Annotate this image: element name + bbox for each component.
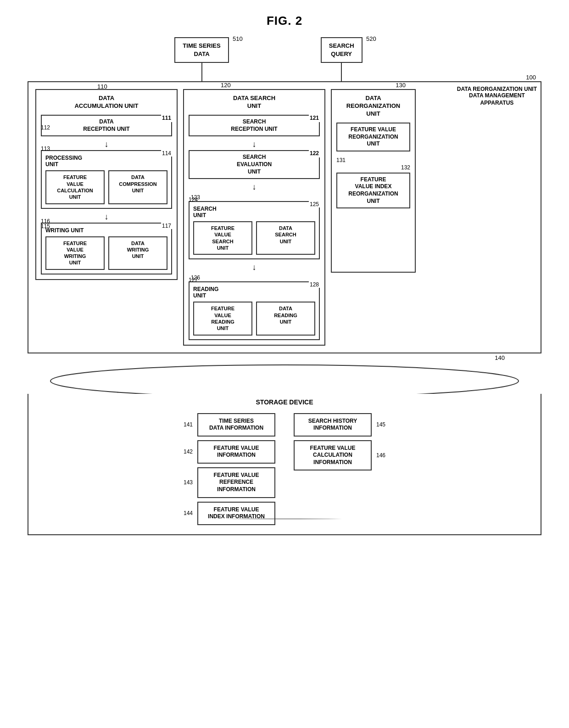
ref-145: 145 [376,421,385,428]
search-history-box: SEARCH HISTORY INFORMATION [294,413,372,437]
storage-grid: 141 TIME SERIES DATA INFORMATION 142 FEA… [47,413,522,525]
reorg-title: DATAREORGANIZATIONUNIT [336,95,410,118]
processing-unit: 113 PROCESSINGUNIT 114 FEATUREVALUECALCU… [41,150,172,208]
ref-128: 128 [309,281,320,288]
search-history-wrapper: 145 SEARCH HISTORY INFORMATION [294,413,372,437]
search-inner-unit: 124 SEARCHUNIT 125 FEATUREVALUESEARCHUNI… [189,201,320,259]
arrow2: ↓ [41,213,172,221]
writing-title: WRITING UNIT [45,227,167,234]
ts-data-info-wrapper: 141 TIME SERIES DATA INFORMATION [197,413,275,437]
storage-ellipse-top [28,363,541,395]
accumulation-title: DATAACCUMULATION UNIT [41,95,172,110]
ref-140: 140 [495,354,505,361]
ref-120: 120 [221,82,231,89]
time-series-data-box: TIME SERIES DATA [174,37,229,63]
fv-calc-info-box: FEATURE VALUE CALCULATION INFORMATION [294,440,372,471]
ref-116-label: 116 [41,218,50,224]
reading-title: READINGUNIT [193,286,315,299]
ref-143: 143 [184,479,193,486]
arrow1: ↓ [41,140,172,148]
reading-unit: 127 READINGUNIT 128 FEATUREVALUEREADINGU… [189,281,320,340]
ts-data-info-box: TIME SERIES DATA INFORMATION [197,413,275,437]
ref-100: 100 [526,74,536,81]
ref-121: 121 [309,115,320,122]
ref-510: 510 [233,35,243,42]
arrow4: ↓ [189,183,320,191]
ref-520: 520 [366,35,376,42]
arrow5: ↓ [189,263,320,271]
fv-index-info-wrapper: 144 FEATURE VALUE INDEX INFORMATION [197,502,275,525]
data-writing-box: DATAWRITINGUNIT [108,236,167,270]
ref-142: 142 [184,448,193,455]
search-evaluation-box: 122 SEARCHEVALUATIONUNIT [189,150,320,179]
ref-112: 112 [41,124,50,131]
ref-113-label: 113 [41,146,50,152]
data-compression-box: DATACOMPRESSIONUNIT [108,170,167,204]
ref-146: 146 [376,452,385,459]
ref-131: 131 [336,157,410,163]
fv-reading-box: FEATUREVALUEREADINGUNIT [193,302,252,335]
fv-info-box: FEATURE VALUE INFORMATION [197,440,275,464]
search-title: DATA SEARCHUNIT [189,95,320,110]
search-inner-title: SEARCHUNIT [193,206,315,218]
writing-unit: WRITING UNIT 117 116 FEATUREVALUEWRITING… [41,223,172,274]
ref-144: 144 [184,510,193,516]
figure-title: FIG. 2 [28,14,541,28]
fv-search-box: FEATUREVALUESEARCHUNIT [193,221,252,255]
data-reception-box: 111 DATARECEPTION UNIT [41,115,172,136]
apparatus-label: DATA REORGANIZATION UNIT DATA MANAGEMENT… [457,86,537,106]
storage-section: 140 STORAGE DEVICE 141 TIME SER [28,363,541,535]
ref-127-label: 127 [189,277,198,283]
ref-132: 132 [336,164,410,171]
fv-ref-info-box: FEATURE VALUE REFERENCE INFORMATION [197,467,275,498]
main-container: DATA REORGANIZATION UNIT DATA MANAGEMENT… [28,81,541,353]
ref-125: 125 [309,201,320,207]
ref-122: 122 [309,150,320,157]
ref-114: 114 [161,150,172,157]
svg-point-0 [50,365,519,395]
search-unit: 120 DATA SEARCHUNIT 121 SEARCHRECEPTION … [183,89,325,345]
ref-117: 117 [161,223,172,229]
processing-title: PROCESSINGUNIT [45,155,167,168]
fv-calc-info-wrapper: 146 FEATURE VALUE CALCULATION INFORMATIO… [294,440,372,471]
data-search-inner-box: DATASEARCHUNIT [256,221,315,255]
fv-writing-box: FEATUREVALUEWRITINGUNIT [45,236,105,270]
storage-left-col: 141 TIME SERIES DATA INFORMATION 142 FEA… [197,413,275,525]
accumulation-unit: DATAACCUMULATION UNIT 111 DATARECEPTION … [35,89,178,280]
ref-141: 141 [184,421,193,428]
storage-right-col: 145 SEARCH HISTORY INFORMATION 146 FEATU… [294,413,372,525]
data-reading-box: DATAREADINGUNIT [256,302,315,335]
storage-label: STORAGE DEVICE [47,398,522,406]
search-query-box: SEARCH QUERY [321,37,363,63]
ref-130: 130 [396,82,406,89]
ref-111: 111 [161,115,172,122]
fv-reorg-box: FEATURE VALUEREORGANIZATIONUNIT [336,123,410,151]
fv-ref-info-wrapper: 143 FEATURE VALUE REFERENCE INFORMATION [197,467,275,498]
fv-index-info-box: FEATURE VALUE INDEX INFORMATION [197,502,275,525]
feature-value-calc-box: FEATUREVALUECALCULATIONUNIT [45,170,105,204]
fv-index-reorg-box: FEATUREVALUE INDEXREORGANIZATIONUNIT [336,173,410,208]
fv-info-wrapper: 142 FEATURE VALUE INFORMATION [197,440,275,464]
arrow3: ↓ [189,140,320,148]
search-reception-box: 121 SEARCHRECEPTION UNIT [189,115,320,136]
reorg-unit: 130 DATAREORGANIZATIONUNIT FEATURE VALUE… [331,89,416,273]
ref-124-label: 124 [189,196,198,203]
